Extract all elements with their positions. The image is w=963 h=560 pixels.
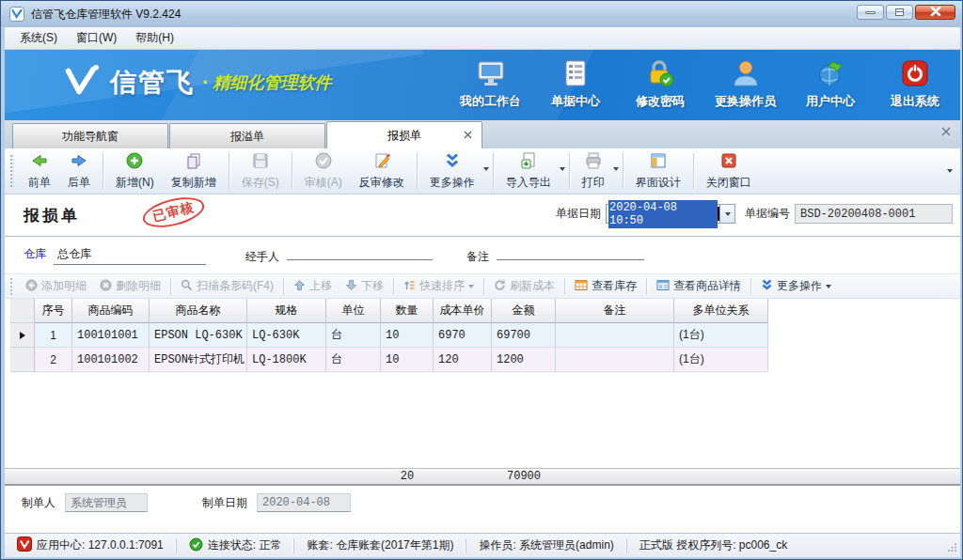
- import-export-caret-icon[interactable]: [560, 167, 565, 171]
- table-row[interactable]: 2 100101002 EPSON针式打印机 LQ-1800K 台 10 120…: [10, 348, 768, 372]
- tab-overflow-order[interactable]: 报溢单: [169, 123, 325, 148]
- menu-system[interactable]: 系统(S): [10, 27, 67, 49]
- print-caret-icon[interactable]: [613, 167, 619, 171]
- status-operator: 操作员: 系统管理员(admin): [466, 538, 625, 553]
- col-multi-unit[interactable]: 多单位关系: [674, 299, 768, 323]
- handler-value[interactable]: [287, 245, 433, 260]
- row-selector-header: [10, 299, 35, 323]
- sort-icon: [403, 279, 416, 294]
- banner-action-user-center[interactable]: 用户中心: [800, 59, 860, 110]
- remark-value[interactable]: [497, 245, 644, 260]
- main-toolbar: 前单 后单 新增(N) 复制新增 保存(S) 审核(A) 反审修改: [5, 148, 960, 194]
- col-amount[interactable]: 金额: [492, 299, 556, 323]
- view-stock-button[interactable]: 查看库存: [568, 275, 643, 297]
- maker-label: 制单人: [22, 495, 55, 511]
- doc-date-label: 单据日期: [556, 206, 601, 222]
- grid-more-actions-button[interactable]: 更多操作: [754, 275, 838, 297]
- col-cost-price[interactable]: 成本单价: [434, 299, 492, 323]
- banner-action-workstation[interactable]: 我的工作台: [460, 59, 521, 110]
- col-remark[interactable]: 备注: [556, 299, 674, 323]
- prev-doc-button[interactable]: 前单: [20, 148, 59, 194]
- close-window-button[interactable]: 关闭窗口: [698, 148, 760, 194]
- current-row-pointer-icon: [20, 332, 25, 339]
- exit-system-icon: [901, 59, 929, 90]
- row-selector-cell[interactable]: [10, 348, 35, 372]
- quick-sort-button: 快速排序: [397, 275, 481, 297]
- table-row[interactable]: 1 100101001 EPSON LQ-630K LQ-630K 台 10 6…: [10, 323, 768, 348]
- toolbar-overflow-caret-icon[interactable]: [947, 169, 953, 173]
- col-spec[interactable]: 规格: [247, 299, 326, 323]
- maximize-icon: [895, 8, 904, 16]
- tab-close-icon[interactable]: [464, 129, 472, 142]
- table-header-row: 序号 商品编码 商品名称 规格 单位 数量 成本单价 金额 备注 多单位关系: [10, 299, 768, 323]
- col-product-code[interactable]: 商品编码: [72, 299, 150, 323]
- banner: 信管飞 · 精细化管理软件 我的工作台 单据中心 修改密码 更换操作员: [5, 50, 960, 120]
- grid-toolbar-grip[interactable]: [10, 278, 14, 295]
- tab-nav-window[interactable]: 功能导航窗: [12, 123, 168, 148]
- doc-no-field: BSD-20200408-0001: [795, 204, 953, 224]
- items-table: 序号 商品编码 商品名称 规格 单位 数量 成本单价 金额 备注 多单位关系 1…: [10, 299, 768, 372]
- copy-new-button[interactable]: 复制新增: [163, 148, 225, 194]
- banner-action-exit-system[interactable]: 退出系统: [885, 59, 945, 110]
- maximize-button[interactable]: [886, 5, 913, 20]
- doc-date-value: 2020-04-08 10:50: [608, 200, 718, 228]
- view-product-detail-button[interactable]: 查看商品详情: [650, 275, 748, 297]
- col-seq[interactable]: 序号: [35, 299, 72, 323]
- doc-date-dropdown-button[interactable]: [720, 204, 735, 224]
- warehouse-label[interactable]: 仓库: [24, 246, 46, 262]
- user-center-icon: [816, 59, 845, 90]
- audit-check-icon: [314, 151, 333, 173]
- application-window: 信管飞仓库管理软件 V9.2.424 系统(S) 窗口(W) 帮助(H) 信管飞…: [0, 0, 963, 560]
- quick-sort-caret-icon: [468, 285, 474, 288]
- menu-window[interactable]: 窗口(W): [67, 27, 126, 49]
- menu-help[interactable]: 帮助(H): [126, 27, 183, 49]
- double-chevron-down-small-icon: [761, 279, 773, 294]
- move-down-button: 下移: [339, 275, 390, 297]
- banner-action-change-password[interactable]: 修改密码: [630, 59, 690, 110]
- chevron-down-icon: [725, 212, 731, 216]
- stock-table-icon: [575, 279, 588, 294]
- banner-action-switch-operator[interactable]: 更换操作员: [715, 59, 776, 110]
- handler-label: 经手人: [245, 249, 279, 265]
- copy-icon: [184, 151, 203, 173]
- arrow-left-icon: [30, 151, 49, 173]
- make-date-field: 2020-04-08: [257, 493, 351, 512]
- col-product-name[interactable]: 商品名称: [150, 299, 247, 323]
- import-export-button[interactable]: 导入导出: [497, 148, 560, 194]
- banner-action-document-center[interactable]: 单据中心: [545, 59, 606, 110]
- arrow-right-icon: [70, 151, 88, 173]
- edit-icon: [372, 151, 391, 173]
- close-button[interactable]: [915, 5, 955, 20]
- ui-design-button[interactable]: 界面设计: [627, 148, 689, 194]
- col-unit[interactable]: 单位: [326, 299, 381, 323]
- add-detail-icon: [25, 279, 38, 294]
- doc-date-input[interactable]: 2020-04-08 10:50: [606, 204, 720, 224]
- warehouse-value[interactable]: 总仓库: [54, 246, 206, 265]
- change-password-icon: [646, 59, 674, 90]
- more-actions-caret-icon[interactable]: [483, 167, 489, 171]
- window-title: 信管飞仓库管理软件 V9.2.424: [31, 7, 181, 23]
- tab-loss-order[interactable]: 报损单: [326, 121, 482, 148]
- detail-window-icon: [656, 279, 670, 294]
- footer-fields-row: 制单人 系统管理员 制单日期 2020-04-08: [5, 493, 960, 512]
- audit-button: 审核(A): [296, 148, 351, 194]
- status-bar: 应用中心: 127.0.0.1:7091 连接状态: 正常 账套: 仓库账套(2…: [5, 533, 960, 557]
- tabstrip-close-icon[interactable]: [941, 126, 951, 139]
- add-circle-icon: [125, 151, 144, 173]
- minimize-button[interactable]: [857, 5, 884, 20]
- scan-barcode-button: 扫描条形码(F4): [174, 275, 280, 297]
- save-button: 保存(S): [233, 148, 288, 194]
- grid-more-caret-icon[interactable]: [826, 285, 831, 288]
- unaudit-button[interactable]: 反审修改: [351, 148, 413, 194]
- move-up-button: 上移: [287, 275, 339, 297]
- row-selector-cell[interactable]: [10, 323, 35, 348]
- refresh-icon: [494, 279, 506, 294]
- col-qty[interactable]: 数量: [381, 299, 434, 323]
- print-button[interactable]: 打印: [574, 148, 613, 194]
- toolbar-grip[interactable]: [10, 155, 14, 187]
- resize-grip[interactable]: [948, 541, 957, 554]
- new-button[interactable]: 新增(N): [107, 148, 163, 194]
- title-bar: 信管飞仓库管理软件 V9.2.424: [1, 1, 962, 27]
- next-doc-button[interactable]: 后单: [59, 148, 99, 194]
- more-actions-button[interactable]: 更多操作: [421, 148, 483, 194]
